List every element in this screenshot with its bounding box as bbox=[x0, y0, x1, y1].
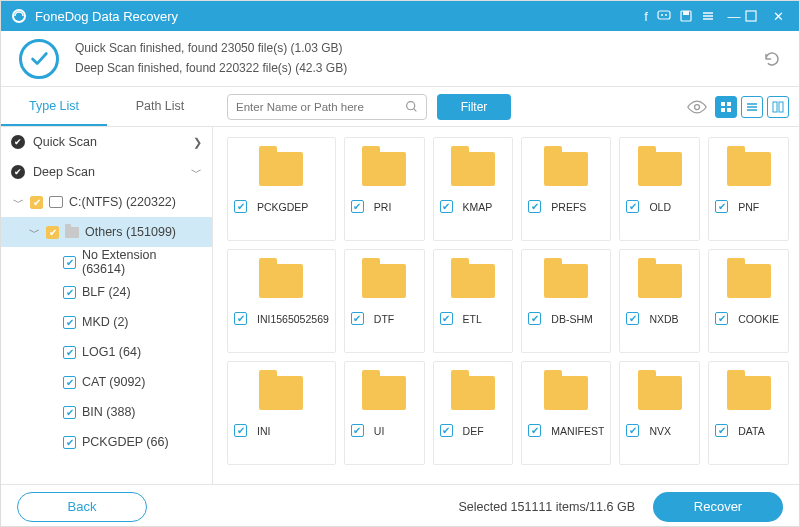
sidebar-file-type[interactable]: ✔LOG1 (64) bbox=[1, 337, 212, 367]
checkbox[interactable]: ✔ bbox=[351, 200, 364, 213]
sidebar-file-type[interactable]: ✔PCKGDEP (66) bbox=[1, 427, 212, 457]
checkbox[interactable]: ✔ bbox=[351, 424, 364, 437]
checkbox[interactable]: ✔ bbox=[63, 406, 76, 419]
checkbox[interactable]: ✔ bbox=[63, 316, 76, 329]
tab-type-list[interactable]: Type List bbox=[1, 87, 107, 126]
checkbox[interactable]: ✔ bbox=[715, 424, 728, 437]
sidebar-quick-scan[interactable]: ✔ Quick Scan ❯ bbox=[1, 127, 212, 157]
checkbox[interactable]: ✔ bbox=[528, 200, 541, 213]
checkbox-partial[interactable]: ✔ bbox=[30, 196, 43, 209]
checkbox[interactable]: ✔ bbox=[351, 312, 364, 325]
save-icon[interactable] bbox=[679, 9, 701, 23]
folder-cell[interactable]: ✔PNF bbox=[708, 137, 789, 241]
sidebar: ✔ Quick Scan ❯ ✔ Deep Scan ﹀ ﹀ ✔ C:(NTFS… bbox=[1, 127, 213, 484]
titlebar: FoneDog Data Recovery f — ✕ bbox=[1, 1, 799, 31]
folder-cell[interactable]: ✔UI bbox=[344, 361, 425, 465]
sidebar-others[interactable]: ﹀ ✔ Others (151099) bbox=[1, 217, 212, 247]
folder-cell[interactable]: ✔DEF bbox=[433, 361, 514, 465]
folder-cell[interactable]: ✔NVX bbox=[619, 361, 700, 465]
folder-cell[interactable]: ✔DATA bbox=[708, 361, 789, 465]
folder-icon bbox=[362, 376, 406, 410]
folder-label: MANIFEST bbox=[551, 425, 604, 437]
refresh-icon[interactable] bbox=[763, 50, 781, 68]
preview-toggle-icon[interactable] bbox=[687, 100, 707, 114]
checkbox[interactable]: ✔ bbox=[715, 200, 728, 213]
bullet-icon: ✔ bbox=[11, 165, 25, 179]
sidebar-item-label: BIN (388) bbox=[82, 405, 136, 419]
folder-icon bbox=[638, 264, 682, 298]
folder-icon bbox=[544, 152, 588, 186]
menu-icon[interactable] bbox=[701, 9, 723, 23]
checkbox[interactable]: ✔ bbox=[715, 312, 728, 325]
recover-button[interactable]: Recover bbox=[653, 492, 783, 522]
folder-label: PNF bbox=[738, 201, 782, 213]
minimize-icon[interactable]: — bbox=[723, 9, 745, 24]
checkbox[interactable]: ✔ bbox=[626, 312, 639, 325]
view-grid-button[interactable] bbox=[715, 96, 737, 118]
checkbox[interactable]: ✔ bbox=[626, 200, 639, 213]
back-button[interactable]: Back bbox=[17, 492, 147, 522]
folder-cell[interactable]: ✔NXDB bbox=[619, 249, 700, 353]
svg-rect-11 bbox=[721, 108, 725, 112]
sidebar-file-type[interactable]: ✔BIN (388) bbox=[1, 397, 212, 427]
folder-cell[interactable]: ✔INI bbox=[227, 361, 336, 465]
view-detail-button[interactable] bbox=[767, 96, 789, 118]
folder-cell[interactable]: ✔OLD bbox=[619, 137, 700, 241]
folder-cell[interactable]: ✔PRI bbox=[344, 137, 425, 241]
folder-cell[interactable]: ✔DTF bbox=[344, 249, 425, 353]
filter-button[interactable]: Filter bbox=[437, 94, 511, 120]
facebook-icon[interactable]: f bbox=[635, 9, 657, 24]
svg-rect-12 bbox=[727, 108, 731, 112]
maximize-icon[interactable] bbox=[745, 10, 767, 22]
checkbox[interactable]: ✔ bbox=[63, 256, 76, 269]
checkbox[interactable]: ✔ bbox=[440, 200, 453, 213]
sidebar-file-type[interactable]: ✔No Extension (63614) bbox=[1, 247, 212, 277]
folder-icon bbox=[727, 264, 771, 298]
toolbar: Type List Path List Filter bbox=[1, 87, 799, 127]
tab-path-list[interactable]: Path List bbox=[107, 87, 213, 126]
close-icon[interactable]: ✕ bbox=[767, 9, 789, 24]
app-title: FoneDog Data Recovery bbox=[35, 9, 635, 24]
view-list-button[interactable] bbox=[741, 96, 763, 118]
folder-icon bbox=[259, 152, 303, 186]
checkbox[interactable]: ✔ bbox=[440, 312, 453, 325]
sidebar-file-type[interactable]: ✔CAT (9092) bbox=[1, 367, 212, 397]
checkbox[interactable]: ✔ bbox=[234, 424, 247, 437]
search-box[interactable] bbox=[227, 94, 427, 120]
checkbox[interactable]: ✔ bbox=[234, 312, 247, 325]
checkbox[interactable]: ✔ bbox=[528, 424, 541, 437]
checkbox[interactable]: ✔ bbox=[63, 436, 76, 449]
sidebar-item-label: CAT (9092) bbox=[82, 375, 145, 389]
feedback-icon[interactable] bbox=[657, 9, 679, 23]
folder-label: DB-SHM bbox=[551, 313, 604, 325]
checkbox[interactable]: ✔ bbox=[63, 376, 76, 389]
search-input[interactable] bbox=[236, 101, 405, 113]
svg-point-8 bbox=[695, 104, 700, 109]
app-logo-icon bbox=[11, 8, 27, 24]
folder-cell[interactable]: ✔PREFS bbox=[521, 137, 611, 241]
sidebar-drive[interactable]: ﹀ ✔ C:(NTFS) (220322) bbox=[1, 187, 212, 217]
checkbox-partial[interactable]: ✔ bbox=[46, 226, 59, 239]
sidebar-deep-scan[interactable]: ✔ Deep Scan ﹀ bbox=[1, 157, 212, 187]
checkbox[interactable]: ✔ bbox=[63, 346, 76, 359]
sidebar-file-type[interactable]: ✔BLF (24) bbox=[1, 277, 212, 307]
checkbox[interactable]: ✔ bbox=[440, 424, 453, 437]
quick-scan-status-text: Quick Scan finished, found 23050 file(s)… bbox=[75, 39, 347, 58]
folder-cell[interactable]: ✔PCKGDEP bbox=[227, 137, 336, 241]
checkbox[interactable]: ✔ bbox=[626, 424, 639, 437]
folder-cell[interactable]: ✔ETL bbox=[433, 249, 514, 353]
folder-cell[interactable]: ✔INI1565052569 bbox=[227, 249, 336, 353]
checkbox[interactable]: ✔ bbox=[528, 312, 541, 325]
folder-cell[interactable]: ✔MANIFEST bbox=[521, 361, 611, 465]
checkbox[interactable]: ✔ bbox=[63, 286, 76, 299]
search-icon[interactable] bbox=[405, 100, 418, 113]
folder-cell[interactable]: ✔KMAP bbox=[433, 137, 514, 241]
folder-cell[interactable]: ✔DB-SHM bbox=[521, 249, 611, 353]
checkbox[interactable]: ✔ bbox=[234, 200, 247, 213]
sidebar-file-type[interactable]: ✔MKD (2) bbox=[1, 307, 212, 337]
folder-label: DEF bbox=[463, 425, 507, 437]
folder-label: PCKGDEP bbox=[257, 201, 329, 213]
folder-icon bbox=[65, 227, 79, 238]
folder-cell[interactable]: ✔COOKIE bbox=[708, 249, 789, 353]
folder-icon bbox=[544, 376, 588, 410]
